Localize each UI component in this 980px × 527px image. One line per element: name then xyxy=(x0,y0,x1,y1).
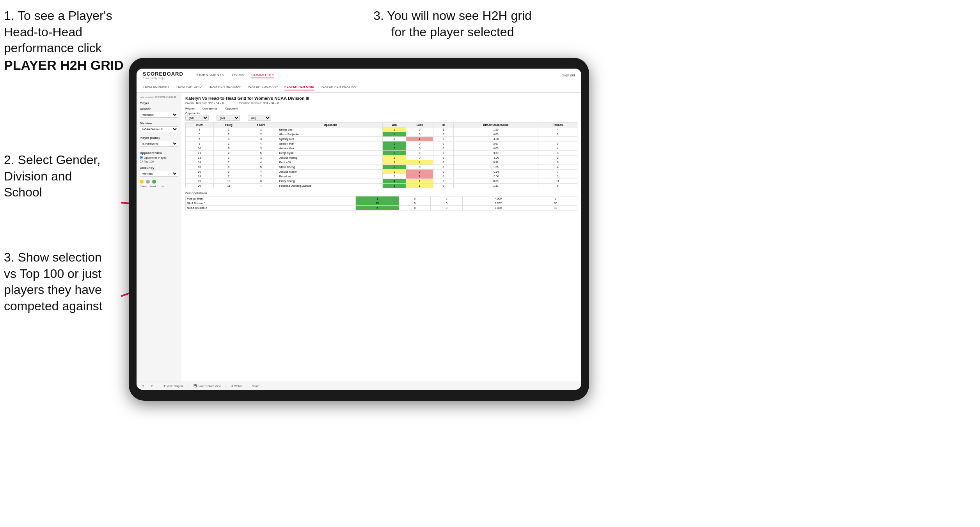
sep3: | xyxy=(225,385,226,387)
out-of-division-table: Foreign Team 1 0 0 4.500 2 NAIA Division… xyxy=(185,196,577,210)
undo-button[interactable]: ↺ xyxy=(140,384,146,388)
opponent-select[interactable]: (All) xyxy=(248,115,271,121)
filter-opponent: Opponent xyxy=(225,107,238,110)
h2h-table: # Div # Reg # Conf Opponent Win Loss Tie… xyxy=(185,122,577,188)
subnav-player-summary[interactable]: PLAYER SUMMARY xyxy=(248,84,278,90)
table-row: 13 1 1 Jessica Huang 1 0 0 -3.00 2 xyxy=(186,156,577,160)
subnav-team-h2h-grid[interactable]: TEAM H2H GRID xyxy=(176,84,202,90)
radio-opponents-played[interactable]: Opponents Played xyxy=(140,156,178,159)
filter-conference: Conference xyxy=(202,107,218,110)
left-panel: Last Updated: 27/03/2024 16:55:38 Player… xyxy=(137,93,181,382)
nav-teams[interactable]: TEAMS xyxy=(231,72,245,78)
table-row: 11 2 5 Heejo Hyun 1 0 0 3.33 3 xyxy=(186,151,577,156)
filter-opponent-group: (All) xyxy=(248,115,271,121)
th-conf: # Conf xyxy=(244,123,278,127)
ood-row: NCAA Division 2 5 0 0 7.400 10 xyxy=(186,206,577,210)
main-content: Last Updated: 27/03/2024 16:55:38 Player… xyxy=(137,93,581,382)
instruction-text-2: 2. Select Gender, Division and School xyxy=(4,153,100,199)
level-dot xyxy=(146,180,150,184)
th-tie: Tie xyxy=(433,123,453,127)
colour-by-select[interactable]: Win/loss xyxy=(140,171,178,177)
division-select[interactable]: NCAA Division III NCAA Division I NCAA D… xyxy=(140,126,178,132)
th-diff: Diff Av Strokes/Rnd xyxy=(453,123,538,127)
nav-tournaments[interactable]: TOURNAMENTS xyxy=(195,72,224,78)
instruction-bottom-left: 3. Show selection vs Top 100 or just pla… xyxy=(4,249,117,314)
watch-button[interactable]: 👁 Watch xyxy=(229,384,244,388)
opponents-select[interactable]: (All) xyxy=(185,115,209,121)
share-label: Share xyxy=(252,385,259,387)
subnav-player-h2h-grid[interactable]: PLAYER H2H GRID xyxy=(284,84,314,90)
tablet-screen: SCOREBOARD Powered by clippd TOURNAMENTS… xyxy=(137,69,581,390)
table-row: 9 1 4 Sharon Mun 1 0 0 3.67 3 xyxy=(186,141,577,146)
instruction-text-3: 3. You will now see H2H grid for the pla… xyxy=(373,9,532,39)
ood-row: NAIA Division 1 15 0 0 9.267 30 xyxy=(186,201,577,206)
redo-button[interactable]: ↻ xyxy=(149,384,154,388)
subnav-team-h2h-heatmap[interactable]: TEAM H2H HEATMAP xyxy=(208,84,241,90)
table-row: 10 6 3 Andrea York 2 0 0 4.00 4 xyxy=(186,146,577,151)
th-rounds: Rounds xyxy=(538,123,577,127)
bottom-toolbar: ↺ ↻ | 👁 View: Original | 💾 Save Custom V… xyxy=(137,382,581,390)
division-record: Division Record: 331 - 34 - 6 xyxy=(240,101,279,105)
grid-records: Overall Record: 353 - 34 - 6 Division Re… xyxy=(185,101,577,105)
grid-title: Katelyn Vo Head-to-Head Grid for Women's… xyxy=(185,96,577,101)
colour-section: Colour by Win/loss Down Level Up xyxy=(140,166,178,187)
share-button[interactable]: Share xyxy=(250,384,261,388)
colour-dots xyxy=(140,180,178,184)
gender-label: Gender xyxy=(140,107,178,111)
filter-selects: Opponents: (All) (All) (All) xyxy=(185,112,577,121)
right-panel: Katelyn Vo Head-to-Head Grid for Women's… xyxy=(181,93,581,382)
colour-labels: Down Level Up xyxy=(140,185,178,187)
save-icon: 💾 xyxy=(194,384,197,387)
th-win: Win xyxy=(383,123,406,127)
division-label: Division xyxy=(140,122,178,125)
sign-out[interactable]: Sign out xyxy=(562,73,575,77)
instruction-text-4: 3. Show selection vs Top 100 or just pla… xyxy=(4,250,103,313)
logo-text: SCOREBOARD xyxy=(143,71,183,77)
filter-row: Region Conference Opponent xyxy=(185,107,577,110)
table-row: 14 7 4 Eunice Yi 2 2 0 0.38 9 xyxy=(186,160,577,165)
watch-icon: 👁 xyxy=(231,385,234,387)
th-div: # Div xyxy=(186,123,214,127)
sep1: | xyxy=(158,385,158,387)
save-custom-label: Save Custom View xyxy=(198,385,221,387)
th-opponent: Opponent xyxy=(278,123,383,127)
powered-by: Powered by clippd xyxy=(143,77,183,80)
watch-label: Watch xyxy=(234,385,242,387)
save-custom-button[interactable]: 💾 Save Custom View xyxy=(192,384,222,388)
filter-opponent-label: Opponent xyxy=(225,107,238,110)
radio-top-100[interactable]: Top 100 xyxy=(140,160,178,163)
view-icon: 👁 xyxy=(163,385,166,387)
table-row: 19 10 6 Emily Chang 4 1 0 0.30 11 xyxy=(186,179,577,184)
instruction-top-right: 3. You will now see H2H grid for the pla… xyxy=(371,8,534,40)
table-row: 15 8 5 Stella Cheng 1 0 0 1.25 4 xyxy=(186,165,577,170)
down-dot xyxy=(140,180,144,184)
timestamp: Last Updated: 27/03/2024 16:55:38 xyxy=(140,96,178,98)
opponent-view-label: Opponent view xyxy=(140,151,178,155)
filter-region: Region xyxy=(185,107,195,110)
tablet-device: SCOREBOARD Powered by clippd TOURNAMENTS… xyxy=(129,58,589,401)
instruction-mid-left: 2. Select Gender, Division and School xyxy=(4,152,113,201)
subnav-player-h2h-heatmap[interactable]: PLAYER H2H HEATMAP xyxy=(321,84,358,90)
player-rank-select[interactable]: 8. Katelyn Vo xyxy=(140,141,178,147)
player-label: Player xyxy=(140,101,178,105)
sep4: | xyxy=(247,385,247,387)
opponents-label: Opponents: xyxy=(185,112,209,115)
subnav-team-summary[interactable]: TEAM SUMMARY xyxy=(143,84,170,90)
th-loss: Loss xyxy=(406,123,433,127)
view-original-label: View: Original xyxy=(167,385,183,387)
view-original-button[interactable]: 👁 View: Original xyxy=(162,384,185,388)
ood-row: Foreign Team 1 0 0 4.500 2 xyxy=(186,196,577,201)
overall-record: Overall Record: 353 - 34 - 6 xyxy=(185,101,224,105)
nav-committee[interactable]: COMMITTEE xyxy=(251,72,274,78)
opponent-view-section: Opponent view Opponents Played Top 100 xyxy=(140,151,178,163)
th-reg: # Reg xyxy=(213,123,244,127)
out-of-division-header: Out of division xyxy=(185,191,577,195)
conference-select[interactable]: (All) xyxy=(217,115,240,121)
gender-select[interactable]: Women's Men's xyxy=(140,112,178,118)
table-row: 18 2 2 Euna Lee 0 1 0 -5.00 2 xyxy=(186,174,577,179)
instruction-top-left: 1. To see a Player's Head-to-Head perfor… xyxy=(4,8,137,74)
logo: SCOREBOARD Powered by clippd xyxy=(143,71,183,80)
player-rank-label: Player (Rank) xyxy=(140,136,178,140)
table-row: 6 3 3 Sydney Kuo 0 1 0 -1.00 xyxy=(186,137,577,141)
sub-nav: TEAM SUMMARY TEAM H2H GRID TEAM H2H HEAT… xyxy=(137,82,581,93)
